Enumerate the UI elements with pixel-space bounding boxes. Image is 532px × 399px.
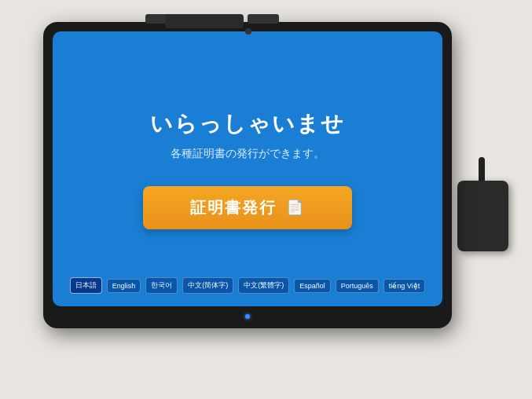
lang-vietnamese[interactable]: tiếng Việt <box>383 279 425 293</box>
power-adapter <box>446 157 508 251</box>
lang-spanish[interactable]: Español <box>294 279 331 293</box>
adapter-body <box>457 181 508 251</box>
lang-portuguese[interactable]: Português <box>336 279 379 293</box>
welcome-subtitle: 各種証明書の発行ができます。 <box>171 147 325 161</box>
camera-dot <box>245 28 251 35</box>
screen-bezel: いらっしゃいませ 各種証明書の発行ができます。 証明書発行 📄 日本語 Engl… <box>53 31 442 306</box>
stand-clip-right <box>248 14 279 24</box>
lang-japanese[interactable]: 日本語 <box>70 277 102 294</box>
lang-english[interactable]: English <box>107 279 141 293</box>
stand-clip-center <box>165 14 244 28</box>
button-label: 証明書発行 <box>190 197 277 218</box>
language-bar: 日本語 English 한국어 中文(简体字) 中文(繁體字) Español … <box>53 277 442 294</box>
scene: いらっしゃいませ 各種証明書の発行ができます。 証明書発行 📄 日本語 Engl… <box>0 0 532 399</box>
lang-chinese-traditional[interactable]: 中文(繁體字) <box>238 277 289 294</box>
tablet-device: いらっしゃいませ 各種証明書の発行ができます。 証明書発行 📄 日本語 Engl… <box>43 22 452 328</box>
power-led <box>245 314 250 319</box>
document-icon: 📄 <box>286 199 305 216</box>
kiosk-screen: いらっしゃいませ 各種証明書の発行ができます。 証明書発行 📄 日本語 Engl… <box>53 31 442 306</box>
lang-korean[interactable]: 한국어 <box>145 277 178 294</box>
welcome-title: いらっしゃいませ <box>150 109 345 139</box>
certificate-issue-button[interactable]: 証明書発行 📄 <box>143 186 352 229</box>
lang-chinese-simplified[interactable]: 中文(简体字) <box>182 277 233 294</box>
